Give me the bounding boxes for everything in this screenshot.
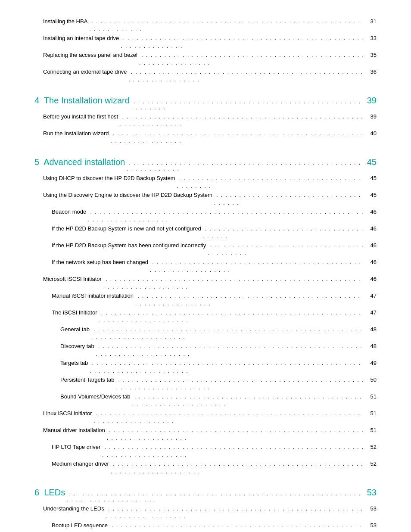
toc-item: Run the Installation wizard . . . . . . … bbox=[34, 129, 377, 145]
page-number: 53 bbox=[366, 504, 377, 513]
toc-item-label: Manual driver installation bbox=[43, 426, 105, 435]
toc-item-label: The iSCSI Initiator bbox=[52, 308, 97, 317]
page-number: 46 bbox=[366, 258, 377, 267]
dot-leader: . . . . . . . . . . . . . . . . . . . . … bbox=[116, 376, 365, 392]
toc-item: Persistent Targets tab . . . . . . . . .… bbox=[34, 376, 377, 392]
dot-leader: . . . . . . . . . . . . . . . . . . . . … bbox=[111, 460, 364, 476]
page-number: 36 bbox=[366, 68, 377, 76]
page-number: 46 bbox=[366, 224, 377, 233]
toc-item: Manual driver installation . . . . . . .… bbox=[34, 426, 377, 442]
dot-leader: . . . . . . . . . . . . . . . . . . . . … bbox=[89, 18, 364, 33]
toc-item: The iSCSI Initiator . . . . . . . . . . … bbox=[34, 308, 377, 324]
page-number: 50 bbox=[366, 376, 377, 384]
toc-item: Connecting an external tape drive . . . … bbox=[34, 68, 377, 84]
toc-item: Installing the HBA . . . . . . . . . . .… bbox=[34, 17, 377, 33]
toc-item-label: If the HP D2D Backup System has been con… bbox=[52, 241, 206, 250]
chapter-6-label: 6 LEDs bbox=[34, 488, 65, 498]
dot-leader: . . . . . . . . . . . . . . . . . . . . … bbox=[109, 522, 364, 532]
dot-leader: . . . . . . . . . . . . . . . . . . . . … bbox=[96, 342, 364, 358]
toc-item: Understanding the LEDs . . . . . . . . .… bbox=[34, 504, 377, 520]
dot-leader: . . . . . . . . . . . . . . . . . . . . … bbox=[131, 99, 363, 111]
page-number: 47 bbox=[366, 292, 377, 300]
toc-page: Installing the HBA . . . . . . . . . . .… bbox=[34, 17, 377, 532]
dot-leader: . . . . . . . . . . . . . . . . . . . . … bbox=[106, 505, 364, 520]
page-number: 48 bbox=[366, 325, 377, 334]
page-number: 35 bbox=[366, 51, 377, 59]
toc-item-label: Microsoft iSCSI Initiator bbox=[43, 275, 102, 283]
page-number: 52 bbox=[366, 443, 377, 451]
toc-item: Beacon mode . . . . . . . . . . . . . . … bbox=[34, 208, 377, 224]
chapter-6-row: 6 LEDs . . . . . . . . . . . . . . . . .… bbox=[34, 488, 377, 503]
dot-leader: . . . . . . . . . . . . . . . . . . . . … bbox=[150, 258, 364, 274]
toc-item: Bound Volumes/Devices tab . . . . . . . … bbox=[34, 392, 377, 408]
toc-item-label: Installing an internal tape drive bbox=[43, 34, 119, 43]
dot-leader: . . . . . . . . . . . . . . . . . . . . … bbox=[177, 174, 364, 190]
toc-item-label: HP LTO Tape driver bbox=[52, 443, 100, 451]
page-number: 33 bbox=[366, 34, 377, 43]
toc-item: Using DHCP to discover the HP D2D Backup… bbox=[34, 174, 377, 190]
toc-item-label: Beacon mode bbox=[52, 208, 86, 216]
page-number: 46 bbox=[366, 275, 377, 283]
page-number: 45 bbox=[366, 191, 377, 199]
dot-leader: . . . . . . . . . . . . . . . . . . . . … bbox=[139, 51, 364, 67]
toc-item-label: Connecting an external tape drive bbox=[43, 68, 127, 76]
toc-item: If the HP D2D Backup System has been con… bbox=[34, 241, 377, 257]
chapter-5-section: 5 Advanced installation . . . . . . . . … bbox=[34, 157, 377, 476]
dot-leader: . . . . . . . . . . . . . . . . . . . . … bbox=[107, 426, 364, 442]
toc-item-label: If the network setup has been changed bbox=[52, 258, 148, 267]
dot-leader: . . . . . . . . . . . . . . . . . . . . … bbox=[90, 359, 364, 375]
page-number: 51 bbox=[366, 392, 377, 401]
dot-leader: . . . . . . . . . . . . . . . . . . . . … bbox=[208, 242, 364, 257]
toc-item: Installing an internal tape drive . . . … bbox=[34, 34, 377, 50]
page-number: 46 bbox=[366, 241, 377, 250]
toc-item: Before you install the first host . . . … bbox=[34, 112, 377, 128]
dot-leader: . . . . . . . . . . . . . . . . . . . . … bbox=[103, 275, 364, 291]
page-number: 51 bbox=[366, 426, 377, 435]
toc-item: Using the Discovery Engine to discover t… bbox=[34, 191, 377, 207]
dot-leader: . . . . . . . . . . . . . . . . . . . . … bbox=[93, 410, 364, 425]
dot-leader: . . . . . . . . . . . . . . . . . . . . … bbox=[127, 160, 363, 172]
toc-item: Bootup LED sequence . . . . . . . . . . … bbox=[34, 521, 377, 532]
toc-item-label: Understanding the LEDs bbox=[43, 504, 104, 513]
toc-item-label: Bound Volumes/Devices tab bbox=[60, 392, 131, 401]
page-number: 51 bbox=[366, 409, 377, 418]
toc-item-label: General tab bbox=[60, 325, 90, 334]
page-number: 40 bbox=[366, 129, 377, 138]
toc-item-label: If the HP D2D Backup System is new and n… bbox=[52, 224, 201, 233]
toc-item: Targets tab . . . . . . . . . . . . . . … bbox=[34, 359, 377, 375]
toc-item: If the HP D2D Backup System is new and n… bbox=[34, 224, 377, 240]
chapter-4-section: 4 The Installation wizard . . . . . . . … bbox=[34, 96, 377, 145]
dot-leader: . . . . . . . . . . . . . . . . . . . . … bbox=[203, 225, 364, 240]
dot-leader: . . . . . . . . . . . . . . . . . . . . … bbox=[88, 208, 364, 224]
toc-item: HP LTO Tape driver . . . . . . . . . . .… bbox=[34, 443, 377, 459]
toc-item-label: Using the Discovery Engine to discover t… bbox=[43, 191, 212, 199]
dot-leader: . . . . . . . . . . . . . . . . . . . . … bbox=[135, 292, 364, 308]
page-number: 49 bbox=[366, 359, 377, 367]
chapter-4-label: 4 The Installation wizard bbox=[34, 96, 130, 106]
toc-item-label: Persistent Targets tab bbox=[60, 376, 115, 384]
dot-leader: . . . . . . . . . . . . . . . . . . . . … bbox=[120, 113, 364, 128]
chapter-5-label: 5 Advanced installation bbox=[34, 157, 125, 167]
page-number: 52 bbox=[366, 460, 377, 468]
toc-item: Discovery tab . . . . . . . . . . . . . … bbox=[34, 342, 377, 358]
page-number: 47 bbox=[366, 308, 377, 317]
toc-item: Replacing the access panel and bezel . .… bbox=[34, 51, 377, 67]
chapter-6-page: 53 bbox=[364, 488, 377, 498]
dot-leader: . . . . . . . . . . . . . . . . . . . . … bbox=[99, 309, 365, 324]
chapter-5-page: 45 bbox=[364, 157, 377, 167]
page-number: 48 bbox=[366, 342, 377, 351]
toc-item: Linux iSCSI initiator . . . . . . . . . … bbox=[34, 409, 377, 425]
dot-leader: . . . . . . . . . . . . . . . . . . . . … bbox=[67, 491, 363, 503]
dot-leader: . . . . . . . . . . . . . . . . . . . . … bbox=[102, 443, 364, 459]
chapter-5-row: 5 Advanced installation . . . . . . . . … bbox=[34, 157, 377, 172]
toc-item-label: Targets tab bbox=[60, 359, 88, 367]
chapter-4-row: 4 The Installation wizard . . . . . . . … bbox=[34, 96, 377, 111]
toc-item-label: Replacing the access panel and bezel bbox=[43, 51, 137, 59]
dot-leader: . . . . . . . . . . . . . . . . . . . . … bbox=[91, 326, 364, 341]
dot-leader: . . . . . . . . . . . . . . . . . . . . … bbox=[128, 68, 364, 84]
toc-item-label: Run the Installation wizard bbox=[43, 129, 109, 138]
toc-item-label: Bootup LED sequence bbox=[52, 521, 108, 530]
toc-item: Manual iSCSI initiator installation . . … bbox=[34, 292, 377, 308]
chapter-6-section: 6 LEDs . . . . . . . . . . . . . . . . .… bbox=[34, 488, 377, 532]
toc-item: If the network setup has been changed . … bbox=[34, 258, 377, 274]
